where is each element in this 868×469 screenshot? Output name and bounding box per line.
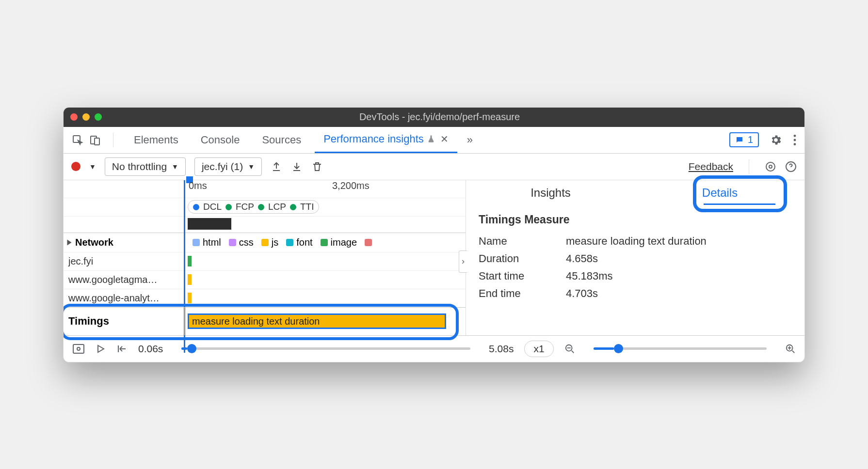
throttling-value: No throttling — [112, 161, 167, 172]
request-bar[interactable] — [188, 293, 192, 303]
device-toggle-icon[interactable] — [89, 134, 101, 146]
tab-label: Details — [702, 186, 738, 200]
svg-rect-2 — [95, 138, 99, 145]
marker-pill[interactable]: DCL FCP LCP TTI — [188, 200, 319, 214]
detail-label: Name — [479, 235, 566, 248]
main-area: 0ms 3,200ms DCL FCP LCP TTI Network html — [64, 180, 804, 335]
marker-label: TTI — [300, 202, 314, 212]
tab-label: Sources — [262, 134, 301, 146]
fullscreen-window-icon[interactable] — [95, 113, 102, 121]
detail-row: Namemeasure loading text duration — [479, 235, 792, 248]
detail-value: 4.658s — [566, 252, 598, 265]
tab-sources[interactable]: Sources — [253, 127, 310, 153]
zoom-slider[interactable] — [594, 347, 767, 350]
host-label: www.google-analyt… — [64, 289, 185, 307]
network-row[interactable]: www.google-analyt… — [64, 289, 466, 307]
record-button[interactable] — [71, 162, 80, 171]
minimize-window-icon[interactable] — [82, 113, 90, 121]
legend-label: html — [203, 237, 221, 248]
speed-value: x1 — [533, 343, 544, 354]
svg-point-3 — [794, 134, 796, 137]
help-icon[interactable] — [785, 161, 797, 172]
settings-gear-icon[interactable] — [770, 134, 782, 146]
disclosure-triangle-icon[interactable] — [67, 239, 72, 245]
kebab-menu-icon[interactable] — [793, 134, 797, 146]
tab-label: Elements — [134, 134, 178, 146]
playback-end-time: 5.08s — [489, 343, 514, 355]
detail-value: 45.183ms — [566, 270, 613, 282]
marker-label: LCP — [268, 202, 286, 212]
detail-label: Start time — [479, 270, 566, 282]
rewind-icon[interactable] — [116, 344, 128, 354]
panel-tabs: Elements Console Sources Performance ins… — [64, 127, 804, 154]
details-panel: › Insights Details Timings Measure Namem… — [466, 180, 804, 335]
export-icon[interactable] — [271, 161, 282, 172]
close-tab-icon[interactable]: ✕ — [440, 133, 449, 145]
time-ruler[interactable]: 0ms 3,200ms — [64, 180, 466, 198]
tab-elements[interactable]: Elements — [125, 127, 187, 153]
detail-row: End time4.703s — [479, 287, 792, 300]
legend-swatch-icon — [261, 239, 269, 246]
panel-settings-gear-icon[interactable] — [765, 161, 776, 172]
section-label: Timings — [64, 308, 185, 335]
legend-label: js — [272, 237, 278, 248]
window-title: DevTools - jec.fyi/demo/perf-measure — [111, 111, 769, 123]
toggle-visibility-icon[interactable] — [72, 344, 85, 354]
zoom-out-icon[interactable] — [564, 344, 575, 354]
side-tabs: Insights Details — [466, 180, 804, 205]
legend-swatch-icon — [229, 239, 236, 246]
playback-speed-chip[interactable]: x1 — [524, 341, 553, 357]
detail-row: Duration4.658s — [479, 252, 792, 265]
slider-thumb-icon[interactable] — [614, 344, 623, 353]
tab-insights[interactable]: Insights — [466, 180, 635, 205]
tab-console[interactable]: Console — [192, 127, 249, 153]
record-options-caret-icon[interactable]: ▼ — [89, 163, 96, 171]
issues-badge[interactable]: 1 — [729, 132, 759, 147]
collapse-panel-icon[interactable]: › — [459, 250, 467, 273]
marker-label: DCL — [203, 202, 222, 212]
marker-dot-icon — [225, 204, 232, 210]
marker-label: FCP — [236, 202, 254, 212]
timeline-panel: 0ms 3,200ms DCL FCP LCP TTI Network html — [64, 180, 466, 335]
legend-label: css — [239, 237, 254, 248]
task-block[interactable] — [188, 218, 231, 230]
feedback-link[interactable]: Feedback — [689, 161, 733, 172]
user-timing-measure[interactable]: measure loading text duration — [188, 313, 446, 329]
play-icon[interactable] — [96, 344, 105, 354]
playback-bar: 0.06s 5.08s x1 — [64, 335, 804, 362]
more-tabs-icon[interactable]: » — [467, 134, 473, 146]
recording-value: jec.fyi (1) — [202, 161, 243, 172]
legend-label: image — [331, 237, 357, 248]
legend-swatch-icon — [193, 239, 200, 246]
network-section-header[interactable]: Network html css js font image — [64, 233, 466, 252]
throttling-select[interactable]: No throttling▼ — [105, 157, 186, 176]
web-vitals-markers: DCL FCP LCP TTI — [64, 198, 466, 216]
request-bar[interactable] — [188, 256, 192, 266]
marker-dot-icon — [290, 204, 296, 210]
playback-slider[interactable] — [181, 347, 470, 350]
tab-label: Performance insights — [323, 133, 424, 145]
delete-icon[interactable] — [311, 161, 323, 172]
svg-point-5 — [794, 143, 796, 145]
svg-rect-9 — [73, 344, 84, 353]
request-bar[interactable] — [188, 274, 192, 285]
network-row[interactable]: www.googletagma… — [64, 270, 466, 289]
details-heading: Timings Measure — [479, 213, 792, 226]
legend-swatch-icon — [286, 239, 293, 246]
ruler-tick-end: 3,200ms — [332, 180, 370, 191]
legend-label: font — [296, 237, 312, 248]
recording-select[interactable]: jec.fyi (1)▼ — [194, 157, 262, 176]
inspect-icon[interactable] — [71, 134, 84, 146]
close-window-icon[interactable] — [70, 113, 78, 121]
network-row[interactable]: jec.fyi — [64, 252, 466, 270]
import-icon[interactable] — [291, 161, 303, 172]
slider-thumb-icon[interactable] — [187, 344, 196, 353]
section-label: Network — [75, 237, 113, 248]
flask-icon — [427, 135, 435, 143]
zoom-in-icon[interactable] — [785, 344, 796, 354]
tab-label: Console — [201, 134, 240, 146]
svg-point-4 — [794, 139, 796, 141]
tab-details[interactable]: Details — [635, 180, 804, 205]
tab-performance-insights[interactable]: Performance insights ✕ — [315, 127, 457, 153]
devtools-window: DevTools - jec.fyi/demo/perf-measure Ele… — [63, 107, 805, 362]
